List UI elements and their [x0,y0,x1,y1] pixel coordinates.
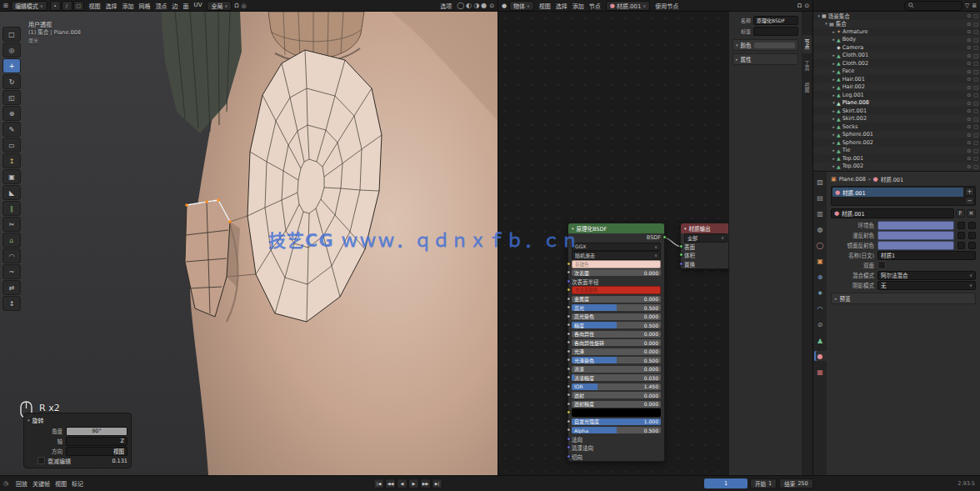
input-socket[interactable] [567,305,571,309]
use-nodes-toggle[interactable]: 使用节点 [652,2,681,10]
filter-options-icon[interactable]: ≣ [972,3,977,9]
properties-tab[interactable]: ▲ [814,335,827,345]
outliner-row[interactable]: ▸ ▲ Sphere.002 ⊙ ▢ [813,138,980,147]
current-frame-field[interactable]: 1 [704,478,748,488]
expand-arrow-icon[interactable]: ▾ [816,13,822,18]
snap-magnet-icon[interactable]: Ω [798,3,802,9]
disable-render-toggle[interactable]: ▢ [973,132,978,138]
shading-mode-button[interactable]: ◑ [473,2,479,9]
object-name[interactable]: Leg.001 [842,92,965,98]
tool-button[interactable]: □ [2,27,21,42]
input-socket[interactable] [679,262,683,266]
hide-viewport-toggle[interactable]: ⊙ [967,21,971,27]
select-mode-button[interactable]: ∙ [50,1,61,11]
timeline-menu-item[interactable]: 关键帧 [30,479,52,488]
panel-open-icon[interactable]: ▾ [28,418,30,423]
outliner-row[interactable]: ◆ Camera ⊙ ▢ [813,43,980,52]
disable-render-toggle[interactable]: ▢ [973,76,978,82]
enum-dropdown[interactable]: 无∨ [878,281,976,290]
disable-render-toggle[interactable]: ▢ [973,108,978,113]
properties-tab[interactable]: ∗ [814,288,827,298]
node-color-swatch[interactable] [754,43,795,48]
expand-arrow-icon[interactable]: ▸ [831,84,837,89]
hide-viewport-toggle[interactable]: ⊙ [967,84,971,90]
node-row[interactable]: 置换 置换 ∨ [681,260,731,269]
expand-arrow-icon[interactable]: ▸ [831,77,837,82]
expand-arrow-icon[interactable]: ▸ [831,156,837,161]
input-socket[interactable] [567,419,571,423]
transport-button[interactable]: ◀ [397,478,408,488]
value-slider[interactable]: IOR 1.450 [572,383,661,390]
tool-button[interactable]: ⊕ [2,106,21,121]
node-row[interactable]: 高光 高光 0.500 高光 高光 ∨ [568,303,664,313]
properties-tab[interactable]: ◍ [814,224,827,234]
color-section-header[interactable]: ▾ 颜色 [732,39,798,51]
hide-viewport-toggle[interactable]: ⊙ [967,44,971,50]
transport-button[interactable]: |◀ [373,478,384,488]
outliner-row[interactable]: ▸ ▲ Leg.001 ⊙ ▢ [813,91,980,99]
node-row[interactable]: 体积 体积 ∨ [681,251,731,260]
input-socket[interactable] [567,297,571,301]
input-socket[interactable] [567,332,571,336]
node-row[interactable]: 清漆糙度 清漆糙度 0.030 清漆糙度 清漆糙度 ∨ [568,373,664,383]
shader-menu-item[interactable]: 添加 [570,2,587,10]
input-socket[interactable] [567,262,571,266]
select-mode-button[interactable]: ▢ [73,1,84,11]
value-slider[interactable]: 清漆 0.000 [572,366,661,373]
value-slider[interactable]: 高光染色 0.000 [572,313,661,320]
disable-render-toggle[interactable]: ▢ [973,44,978,50]
node-row[interactable]: IOR IOR 1.450 IOR IOR ∨ [568,383,664,392]
hide-viewport-toggle[interactable]: ⊙ [967,92,971,98]
hide-viewport-toggle[interactable]: ⊙ [967,155,971,161]
input-socket[interactable] [679,253,683,257]
disable-render-toggle[interactable]: ▢ [973,60,978,66]
viewport-menu-item[interactable]: UV [192,2,205,10]
object-name[interactable]: Plane.008 [842,99,965,106]
shader-menu-item[interactable]: 视图 [537,2,553,10]
mode-dropdown[interactable]: 编辑模式 ∨ [11,1,48,11]
shading-mode-button[interactable]: ● [481,2,487,9]
input-socket[interactable] [567,437,571,441]
node-row[interactable]: 各向异性旋转 各向异性旋转 0.000 各向异性旋转 各向异性旋转 ∨ [568,338,664,348]
operator-redo-panel[interactable]: ▾ 旋转 角度 90° 轴 Z 方向 [23,413,132,468]
node-principled-bsdf[interactable]: ▾ 原理化BSDF BSDF BSDF [568,223,665,462]
input-socket[interactable] [567,402,571,406]
object-name[interactable]: 集合 [836,19,965,28]
disable-render-toggle[interactable]: ▢ [973,13,978,18]
preview-section-header[interactable]: ▸ 预览 [831,293,976,304]
outliner-row[interactable]: ▸ ▲ Face ⊙ ▢ [813,68,980,76]
orientation-dropdown[interactable]: 全局 ∨ [207,1,232,11]
node-row[interactable]: 高光染色 高光染色 0.000 高光染色 高光染色 ∨ [568,313,664,322]
input-socket[interactable] [567,279,571,283]
properties-tab[interactable]: ▤ [814,193,827,203]
disable-render-toggle[interactable]: ▢ [973,92,978,98]
disable-render-toggle[interactable]: ▢ [973,68,978,74]
disable-render-toggle[interactable]: ▢ [973,84,978,90]
input-socket[interactable] [567,270,571,274]
viewport-menu-item[interactable]: 选择 [103,2,120,10]
color-field[interactable] [878,231,954,240]
viewport-3d[interactable]: 用户透视 (1) 集合 | Plane.008 厘米 □ ◎ + ↻ [0,12,498,475]
transport-button[interactable]: ▶▶ [420,478,431,488]
node-row[interactable]: 次表面颜色 次表面颜色 次表面颜色 次表面颜色 ∨ [568,286,664,295]
value-slider[interactable]: 自发光强度 1.000 [572,418,661,425]
value-slider[interactable]: 光泽 0.000 [572,348,661,355]
outliner-row[interactable]: ▸ ▲ Top.002 ⊙ ▢ [813,163,980,171]
color-field[interactable]: 基础色 [572,260,661,268]
properties-tab[interactable]: ● [814,351,827,361]
tool-button[interactable]: ↥ [2,153,21,168]
viewport-menu-item[interactable]: 面 [181,2,192,10]
sidebar-tab[interactable]: 工具 [802,57,812,75]
hide-viewport-toggle[interactable]: ⊙ [967,53,971,58]
text-field[interactable]: 材质1 [878,251,976,260]
transport-button[interactable]: ▶ [408,478,419,488]
fake-user-button[interactable]: F [956,209,965,218]
outliner-row[interactable]: ▸ ▲ Socks ⊙ ▢ [813,123,980,131]
input-socket[interactable] [567,384,571,388]
viewport-menu-item[interactable]: 网格 [137,2,153,10]
outliner-row[interactable]: ▸ ▲ Skirt.002 ⊙ ▢ [813,115,980,123]
editor-type-icon[interactable]: ⊞ [3,3,8,9]
node-row[interactable]: 法向 法向 法向 法向 ∨ [568,435,664,444]
transport-button[interactable]: ◀◀ [385,478,396,488]
node-row[interactable]: 清漆法向 清漆法向 清漆法向 清漆法向 ∨ [568,443,664,453]
